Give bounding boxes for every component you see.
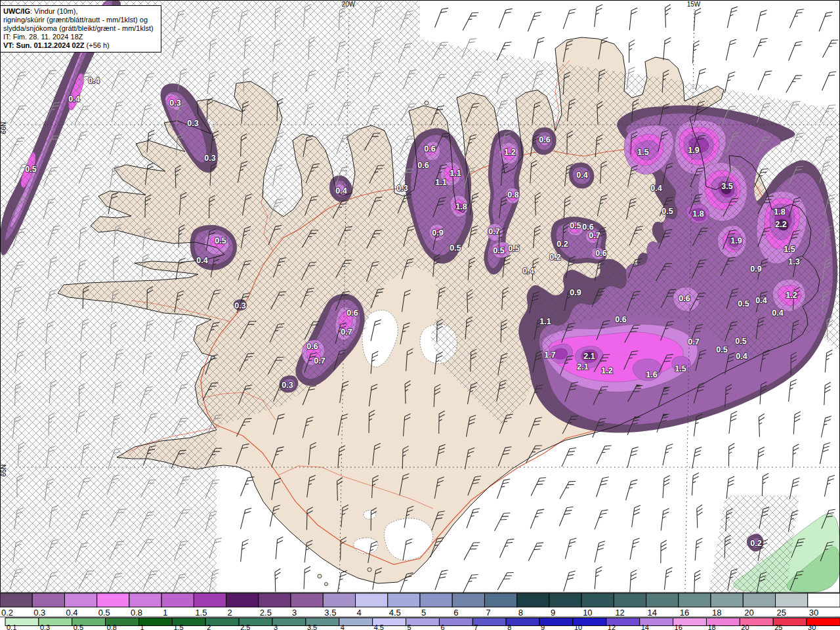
scale-cell — [32, 593, 64, 607]
scale-tick-label: 4.5 — [374, 623, 384, 630]
precip-value: 0.4 — [736, 352, 747, 361]
scale-tick-label: 18 — [707, 623, 715, 630]
scale-cell — [356, 593, 388, 607]
precip-value: 0.9 — [432, 228, 443, 238]
island — [368, 568, 371, 572]
scale-cell — [484, 593, 516, 607]
precip-value: 1.3 — [788, 257, 799, 266]
title-line-1: UWC/IG: Vindur (10m), — [3, 7, 159, 16]
scale-tick-label: 30 — [808, 623, 816, 630]
scale-tick-label: 4 — [357, 608, 362, 618]
precip-value: 1.8 — [455, 202, 467, 211]
scale-cell — [517, 593, 549, 607]
scale-cell — [646, 593, 679, 607]
scale-cell — [161, 593, 194, 607]
scale-tick-label: 30 — [809, 608, 818, 618]
scale-tick-label: 9 — [541, 623, 545, 630]
island — [325, 583, 328, 586]
precip-value: 0.6 — [417, 161, 429, 170]
precip-value: 0.4 — [576, 171, 587, 180]
scale-tick-label: 20 — [741, 623, 749, 630]
scale-tick-label: 1 — [163, 608, 167, 618]
precip-value: 1.5 — [637, 148, 648, 157]
scale-tick-label: 16 — [680, 608, 689, 618]
scale-cell — [0, 593, 32, 607]
scale-tick-label: 6 — [440, 623, 444, 630]
scale-cell — [808, 593, 840, 607]
map-canvas: 20W15W66N65N0.40.40.50.30.30.30.40.50.40… — [0, 0, 840, 630]
precip-value: 1.9 — [688, 146, 699, 155]
scale-tick-label: 3.5 — [307, 623, 317, 630]
precip-value: 0.4 — [88, 76, 99, 85]
precip-value: 1.5 — [675, 364, 686, 373]
precip-value: 0.6 — [346, 308, 358, 318]
precip-value: 0.6 — [306, 342, 318, 351]
scale-tick-label: 3 — [274, 623, 278, 630]
precip-value: 0.3 — [282, 381, 293, 390]
island — [425, 101, 429, 105]
scale-tick-label: 2.5 — [260, 608, 272, 618]
precip-value: 0.4 — [755, 296, 766, 305]
precip-value: 1.7 — [544, 350, 555, 360]
scale-tick-label: 12 — [608, 623, 616, 630]
precip-value: 0.6 — [679, 294, 690, 303]
precip-value: 0.2 — [556, 240, 568, 249]
precip-value: 0.4 — [68, 94, 79, 104]
scale-tick-label: 7 — [474, 623, 478, 630]
scale-tick-label: 16 — [675, 623, 682, 630]
scale-cell — [259, 593, 291, 607]
scale-tick-label: 0.2 — [1, 608, 13, 618]
scale-tick-label: 18 — [712, 608, 721, 618]
precip-value: 0.4 — [650, 184, 662, 193]
precip-value: 0.5 — [716, 345, 727, 354]
scale-tick-label: 6 — [453, 608, 458, 618]
precip-value: 0.5 — [662, 207, 673, 216]
precip-value: 0.6 — [539, 135, 550, 144]
precip-value: 0.7 — [314, 356, 325, 366]
scale-tick-label: 0.5 — [98, 608, 110, 618]
precip-value: 2.1 — [583, 352, 595, 361]
precip-value: 2.1 — [577, 362, 588, 371]
scale-cell — [226, 593, 259, 607]
precip-value: 0.3 — [204, 154, 215, 163]
precip-value: 0.6 — [595, 249, 606, 258]
scale-cell — [64, 593, 96, 607]
scale-tick-label: 9 — [551, 608, 555, 618]
scale-tick-label: 10 — [583, 608, 592, 618]
precip-value: 0.5 — [450, 243, 461, 253]
precip-value: 3.5 — [721, 182, 732, 191]
precip-value: 1.1 — [435, 178, 446, 187]
precip-value: 0.3 — [396, 184, 408, 193]
precip-value: 1.5 — [784, 245, 795, 254]
precip-value: 1.2 — [601, 366, 612, 375]
scale-cell — [549, 593, 581, 607]
precip-value: 1.6 — [646, 370, 657, 379]
scale-cell — [452, 593, 484, 607]
scale-tick-label: 12 — [615, 608, 624, 618]
scale-tick-label: 0.3 — [33, 608, 45, 618]
precip-value: 0.5 — [508, 244, 519, 253]
precip-value: 0.5 — [570, 221, 581, 230]
scale-tick-label: 25 — [774, 623, 782, 630]
scale-tick-label: 0.3 — [40, 623, 50, 630]
precip-value: 0.5 — [735, 337, 746, 346]
scale-tick-label: 4.5 — [389, 608, 401, 618]
init-time: IT: Fim. 28. 11. 2024 18Z — [3, 33, 159, 41]
lon-label: 15W — [687, 1, 701, 8]
precip-value: 0.3 — [169, 98, 180, 108]
scale-tick-label: 4 — [341, 623, 345, 630]
precip-value: 0.7 — [688, 337, 699, 346]
scale-tick-label: 2.5 — [240, 623, 250, 630]
scale-tick-label: 0.5 — [74, 623, 83, 630]
lat-label: 66N — [0, 122, 7, 134]
scale-tick-label: 8 — [507, 623, 511, 630]
scale-cell — [291, 593, 323, 607]
scale-cell — [420, 593, 452, 607]
scale-tick-label: 20 — [744, 608, 753, 618]
scale-tick-label: 8 — [518, 608, 523, 618]
scale-cell — [581, 593, 614, 607]
precip-value: 0.6 — [424, 144, 435, 154]
forecast-title-box: UWC/IG: Vindur (10m), rigning/skúrir (gr… — [0, 5, 161, 52]
scale-cell — [194, 593, 226, 607]
scale-tick-label: 25 — [777, 608, 786, 618]
